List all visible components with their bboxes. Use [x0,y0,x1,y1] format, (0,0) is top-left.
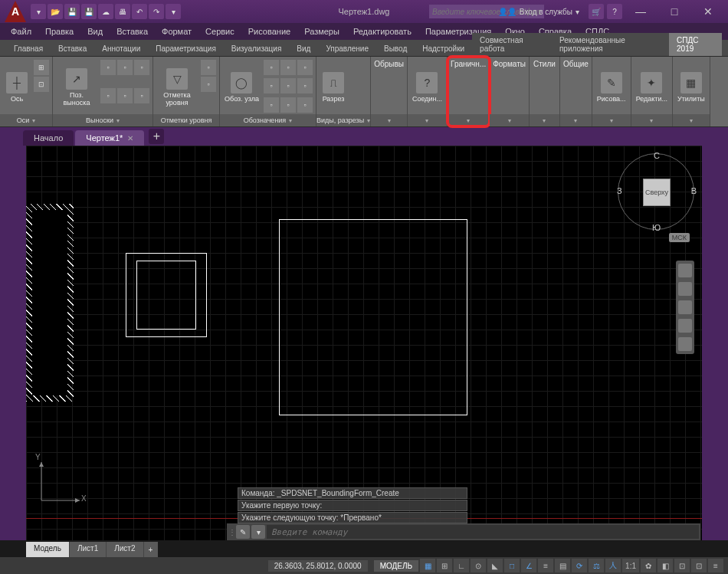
viewcube-compass[interactable]: Сверху С Ю В З [618,153,694,230]
grip-icon[interactable]: ⋮⋮ [228,528,234,536]
command-input[interactable] [267,525,699,539]
qat-plot-icon[interactable]: 🖶 [115,4,130,19]
status-gear-icon[interactable]: ✿ [641,559,656,572]
desig-s8[interactable]: ▫ [280,97,296,113]
status-transparency-icon[interactable]: ▤ [555,559,570,572]
ribbon-tab-featured[interactable]: Рекомендованные приложения [552,33,669,56]
expand-icon[interactable]: ▾ [425,117,428,124]
callout-s1[interactable]: ▫ [100,60,116,75]
status-customize-icon[interactable]: ≡ [708,559,723,572]
menu-view[interactable]: Вид [81,25,109,38]
desig-s2[interactable]: ▫ [280,60,296,75]
ribbon-tab-collaborate[interactable]: Совместная работа [472,33,552,56]
layout-sheet1[interactable]: Лист1 [70,542,107,557]
ribbon-tab-manage[interactable]: Управление [318,41,376,56]
panel-formats[interactable]: Форматы ▾ [490,57,530,126]
panel-general[interactable]: Общие ▾ [560,57,592,126]
ribbon-tab-view[interactable]: Вид [289,41,318,56]
expand-icon[interactable]: ▾ [690,117,693,124]
desig-s5[interactable]: ▫ [280,78,296,93]
viewcube-east[interactable]: В [691,186,697,195]
menu-insert[interactable]: Вставка [110,25,154,38]
add-tab-button[interactable]: + [149,129,164,144]
desig-s1[interactable]: ▫ [264,60,279,75]
designation-button[interactable]: ◯ Обоз. узла [223,60,261,114]
expand-icon[interactable]: ▾ [650,117,653,124]
callout-s5[interactable]: ▫ [117,88,133,103]
draw-button[interactable]: ✎Рисова... [595,60,628,114]
status-workspace-icon[interactable]: ◧ [657,559,673,572]
panel-boundary[interactable]: Граничн... ▾ [448,57,490,126]
connect-button[interactable]: ?Соедин... [411,60,444,114]
layout-sheet2[interactable]: Лист2 [107,542,143,557]
expand-icon[interactable]: ▾ [289,117,292,124]
status-snap-icon[interactable]: ⊞ [437,559,452,572]
viewcube[interactable]: Сверху С Ю В З МСК [618,153,694,238]
ucs-icon[interactable]: X Y [34,462,87,517]
add-layout-button[interactable]: + [144,542,158,557]
viewcube-north[interactable]: С [654,151,660,160]
viewcube-wcs[interactable]: МСК [669,233,690,242]
drawing-canvas[interactable]: X Y [26,146,702,540]
callout-s4[interactable]: ▫ [100,88,116,103]
menu-tools[interactable]: Сервис [199,25,241,38]
doctab-drawing1[interactable]: Чертеж1*✕ [75,130,144,146]
expand-icon[interactable]: ▾ [610,117,613,124]
callout-s3[interactable]: ▫ [134,60,149,75]
menu-format[interactable]: Формат [156,25,198,38]
level-button[interactable]: ▽ Отметка уровня [156,60,198,114]
close-tab-icon[interactable]: ✕ [127,134,133,143]
qat-open-icon[interactable]: 📂 [48,4,63,19]
ribbon-tab-parametric[interactable]: Параметризация [148,41,224,56]
menu-dimension[interactable]: Размеры [298,25,346,38]
status-scale-label[interactable]: 1:1 [622,559,639,572]
qat-redo-icon[interactable]: ↷ [149,4,164,19]
nav-showmotion-icon[interactable] [678,337,692,351]
status-cycling-icon[interactable]: ⟳ [572,559,587,572]
status-ortho-icon[interactable]: ∟ [454,559,469,572]
qat-undo-icon[interactable]: ↶ [132,4,147,19]
nav-pan-icon[interactable] [678,282,692,296]
callout-s6[interactable]: ▫ [134,88,149,103]
viewcube-top-face[interactable]: Сверху [643,179,671,206]
qat-saveas-icon[interactable]: 💾 [81,4,97,19]
cmd-recent-icon[interactable]: ▾ [251,525,265,539]
expand-icon[interactable]: ▾ [32,117,35,124]
nav-wheel-icon[interactable] [678,264,692,277]
panel-styles[interactable]: Стили ▾ [530,57,560,126]
signin-button[interactable]: 👤👤 Вход в службы ▾ [498,8,579,16]
status-polar-icon[interactable]: ⊙ [471,559,486,572]
expand-icon[interactable]: ▾ [467,117,470,124]
nav-orbit-icon[interactable] [678,319,692,333]
callout-button[interactable]: ↗ Поз. выноска [56,60,97,114]
cmd-customize-icon[interactable]: ✎ [236,525,250,539]
viewcube-south[interactable]: Ю [652,223,661,232]
ribbon-tab-annotate[interactable]: Аннотации [94,41,148,56]
help-icon[interactable]: ? [607,4,622,19]
status-annovisibility-icon[interactable]: 人 [605,559,621,572]
doctab-start[interactable]: Начало [23,130,74,146]
desig-s9[interactable]: ▫ [297,97,313,113]
section-button[interactable]: ⎍ Разрез [320,60,347,114]
axis-opt2[interactable]: ⊡ [34,77,49,92]
menu-edit[interactable]: Правка [39,25,80,38]
menu-file[interactable]: Файл [5,25,38,38]
status-annoscale-icon[interactable]: ⚖ [589,559,604,572]
app-logo[interactable]: A [5,1,26,22]
status-lineweight-icon[interactable]: ≡ [538,559,553,572]
axis-opt1[interactable]: ⊞ [34,60,49,75]
expand-icon[interactable]: ▾ [574,117,577,124]
ribbon-tab-addins[interactable]: Надстройки [415,41,472,56]
desig-s6[interactable]: ▫ [297,78,313,93]
nav-zoom-icon[interactable] [678,300,692,314]
status-osnap-icon[interactable]: □ [504,559,520,572]
viewcube-west[interactable]: З [617,186,622,195]
ribbon-tab-insert[interactable]: Вставка [51,41,94,56]
level-s1[interactable]: ▫ [201,60,216,75]
level-s2[interactable]: ▫ [201,77,216,92]
qat-more-icon[interactable]: ▾ [166,4,181,19]
close-button[interactable]: ✕ [693,1,723,22]
ribbon-tab-home[interactable]: Главная [6,41,51,56]
menu-draw[interactable]: Рисование [242,25,297,38]
desig-s3[interactable]: ▫ [297,60,313,75]
